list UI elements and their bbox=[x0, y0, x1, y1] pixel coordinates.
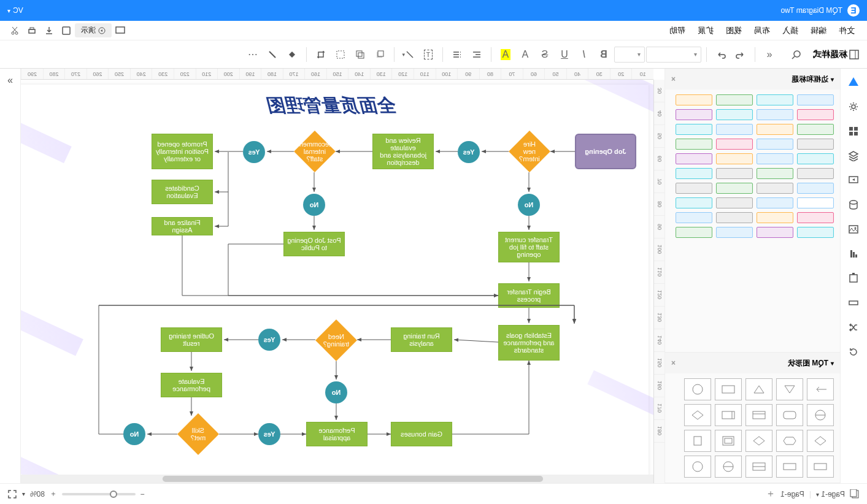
play-button[interactable]: 演示 bbox=[75, 23, 112, 37]
zoom-slider[interactable] bbox=[62, 493, 136, 495]
font-select[interactable]: ▾ bbox=[646, 47, 701, 63]
theme-item[interactable] bbox=[797, 153, 834, 164]
theme-item[interactable] bbox=[757, 94, 793, 105]
node-no-3[interactable]: No bbox=[325, 381, 347, 403]
undo-icon[interactable] bbox=[731, 45, 750, 64]
slide-icon[interactable] bbox=[846, 172, 863, 189]
node-yes-2[interactable]: Yes bbox=[243, 141, 265, 163]
node-evalperf[interactable]: Evaluate performance bbox=[161, 373, 222, 397]
theme-item[interactable] bbox=[676, 197, 712, 208]
theme-item[interactable] bbox=[676, 124, 712, 135]
highlight-icon[interactable]: A bbox=[496, 45, 515, 64]
page-tab[interactable]: Page-1 bbox=[780, 490, 804, 498]
menu-layout[interactable]: 布局 bbox=[748, 25, 776, 36]
theme-item[interactable] bbox=[716, 124, 753, 135]
shape-circle2[interactable] bbox=[807, 404, 834, 426]
theme-item[interactable] bbox=[676, 94, 712, 105]
theme-item[interactable] bbox=[797, 183, 834, 194]
menu-file[interactable]: 文件 bbox=[833, 25, 861, 36]
node-no-1[interactable]: No bbox=[518, 194, 540, 216]
node-no-2[interactable]: No bbox=[303, 194, 325, 216]
shape-window[interactable] bbox=[746, 404, 773, 426]
node-yes-4[interactable]: Yes bbox=[258, 423, 280, 445]
list-icon[interactable] bbox=[448, 45, 466, 64]
shape-triangle[interactable] bbox=[746, 378, 773, 400]
fontcolor-icon[interactable]: A bbox=[516, 45, 534, 64]
close-icon[interactable]: × bbox=[671, 75, 676, 83]
node-decision-hire[interactable]: Hire new intern? bbox=[509, 131, 550, 172]
connector-icon[interactable]: ▾ bbox=[399, 45, 418, 64]
theme-item[interactable] bbox=[676, 227, 712, 238]
theme-item[interactable] bbox=[757, 124, 793, 135]
shape-rounded[interactable] bbox=[776, 404, 803, 426]
node-gain[interactable]: Gain bonuses bbox=[391, 422, 452, 446]
menu-insert[interactable]: 插入 bbox=[776, 25, 804, 36]
collapse-panel-icon[interactable]: « bbox=[760, 45, 779, 64]
align-icon[interactable] bbox=[468, 45, 486, 64]
shuffle-icon[interactable] bbox=[846, 319, 863, 336]
theme-item[interactable] bbox=[716, 153, 753, 164]
theme-item[interactable] bbox=[757, 153, 793, 164]
underline-icon[interactable]: U bbox=[555, 45, 574, 64]
theme-item[interactable] bbox=[757, 212, 793, 223]
fontsize-select[interactable]: ▾ bbox=[614, 47, 645, 63]
shape-sq[interactable] bbox=[684, 430, 711, 452]
crop-icon[interactable] bbox=[312, 45, 330, 64]
node-transfer[interactable]: Transfer current staff to fill job openi… bbox=[498, 232, 560, 262]
theme-item[interactable] bbox=[676, 168, 712, 179]
redo-icon[interactable] bbox=[712, 45, 730, 64]
theme-item[interactable] bbox=[797, 168, 834, 179]
fill-icon[interactable] bbox=[283, 45, 301, 64]
shapes-tool-icon[interactable] bbox=[846, 74, 863, 91]
node-appraisal[interactable]: Perfomance appraisal bbox=[306, 422, 368, 446]
shape-diamond2[interactable] bbox=[807, 430, 834, 452]
close-icon[interactable]: × bbox=[671, 359, 676, 367]
node-begin[interactable]: Begin Transfer process bbox=[498, 283, 560, 308]
node-decision-skill[interactable]: Skill met? bbox=[177, 413, 219, 455]
page[interactable]: 全面质量管理图 Job Opening Hire new intern? Yes… bbox=[21, 85, 649, 483]
shape-half[interactable] bbox=[715, 456, 742, 478]
shape-rect2[interactable] bbox=[807, 456, 834, 478]
theme-item[interactable] bbox=[797, 227, 834, 238]
bold-icon[interactable]: B bbox=[595, 45, 613, 64]
data-icon[interactable] bbox=[846, 196, 863, 213]
zoom-out-icon[interactable]: − bbox=[141, 490, 145, 498]
settings-icon[interactable] bbox=[846, 98, 863, 115]
shape-hex[interactable] bbox=[776, 430, 803, 452]
node-outline[interactable]: Outline training result bbox=[161, 327, 222, 352]
menu-edit[interactable]: 编辑 bbox=[804, 25, 833, 36]
italic-icon[interactable]: I bbox=[575, 45, 593, 64]
theme-item[interactable] bbox=[797, 94, 834, 105]
shape-box[interactable] bbox=[715, 430, 742, 452]
chevron-down-icon[interactable]: ▾ bbox=[22, 491, 25, 497]
theme-item[interactable] bbox=[716, 197, 753, 208]
theme-item[interactable] bbox=[757, 139, 793, 150]
shape-triangle-down[interactable] bbox=[776, 378, 803, 400]
shape-card[interactable] bbox=[715, 404, 742, 426]
scrollbar-horizontal[interactable] bbox=[21, 475, 653, 483]
shape-rect[interactable] bbox=[715, 378, 742, 400]
screen-icon[interactable] bbox=[112, 22, 129, 39]
chart-icon[interactable] bbox=[846, 245, 863, 262]
node-promote[interactable]: Promote opened Position internally or ex… bbox=[152, 134, 213, 169]
node-establish[interactable]: Establish goals and performance standard… bbox=[498, 325, 560, 361]
chevron-down-icon[interactable]: ▾ bbox=[831, 76, 834, 83]
theme-item[interactable] bbox=[757, 197, 793, 208]
zoom-value[interactable]: 80% bbox=[30, 490, 45, 498]
layers-icon[interactable] bbox=[846, 147, 863, 164]
node-yes-3[interactable]: Yes bbox=[258, 329, 280, 351]
node-decision-training[interactable]: Need training? bbox=[315, 319, 357, 361]
theme-item[interactable] bbox=[716, 109, 753, 120]
strike-icon[interactable]: S bbox=[536, 45, 554, 64]
page-selector[interactable]: Page-1 ▾ bbox=[816, 490, 845, 498]
shape-circ3[interactable] bbox=[684, 456, 711, 478]
theme-item[interactable] bbox=[797, 109, 834, 120]
refresh-icon[interactable] bbox=[846, 343, 863, 361]
grid-icon[interactable] bbox=[846, 123, 863, 140]
node-yes-1[interactable]: Yes bbox=[458, 141, 480, 163]
canvas[interactable]: 全面质量管理图 Job Opening Hire new intern? Yes… bbox=[21, 80, 653, 483]
node-review[interactable]: Review and evaluate jobanalysis and desc… bbox=[372, 134, 434, 169]
node-candidates[interactable]: Candidates Evaluation bbox=[152, 180, 213, 204]
chevron-down-icon[interactable]: ▾ bbox=[831, 360, 834, 367]
menu-extend[interactable]: 扩展 bbox=[692, 25, 720, 36]
